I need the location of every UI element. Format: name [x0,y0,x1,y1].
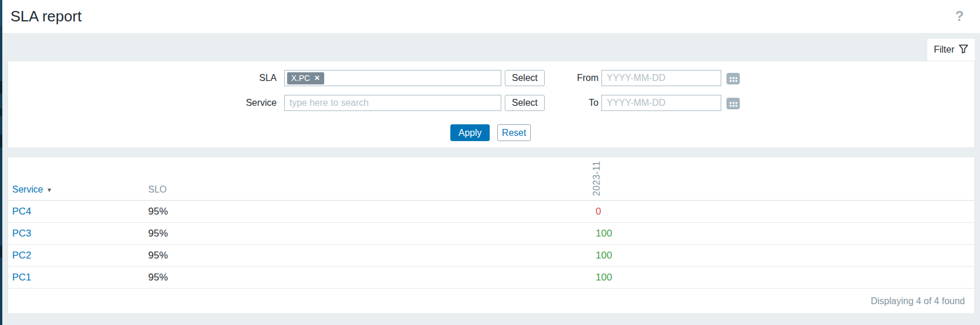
from-label: From [535,70,599,86]
service-link[interactable]: PC2 [12,250,31,261]
table-header-row: Service▼ SLO 2023-11 [8,157,974,201]
sla-label: SLA [213,70,277,86]
from-calendar-icon[interactable] [725,71,741,86]
service-search-input[interactable] [284,95,501,111]
slo-value: 95% [148,228,168,239]
sli-value: 100 [596,250,612,261]
service-link[interactable]: PC3 [12,228,31,239]
reset-button[interactable]: Reset [497,124,531,141]
slo-value: 95% [148,206,168,217]
service-link[interactable]: PC4 [12,206,31,217]
sla-input[interactable] [324,73,498,83]
apply-button[interactable]: Apply [450,124,490,141]
sli-value: 100 [596,272,612,283]
sla-report-table: Service▼ SLO 2023-11 PC4 95% 0 PC3 95% 1… [8,157,975,314]
table-footer-count: Displaying 4 of 4 found [8,296,965,306]
filter-funnel-icon [959,44,968,56]
sla-report-page: SLA report ? Filter SLA X.PC ✕ Select Fr… [0,0,980,325]
slo-value: 95% [148,272,168,283]
service-link[interactable]: PC1 [12,272,31,283]
column-header-slo: SLO [148,184,167,195]
chip-remove-icon[interactable]: ✕ [314,75,320,82]
sla-chip-label: X.PC [291,73,310,83]
page-title: SLA report [10,8,82,25]
page-header: SLA report ? [2,0,980,33]
sla-chip: X.PC ✕ [287,72,324,84]
service-label: Service [213,95,277,111]
sla-multiselect[interactable]: X.PC ✕ [284,70,501,86]
sort-desc-icon: ▼ [46,187,52,193]
from-date-input[interactable] [601,70,721,86]
filter-tab[interactable]: Filter [927,39,975,61]
filter-tab-label: Filter [934,45,955,55]
table-row: PC2 95% 100 [8,245,974,267]
column-header-service[interactable]: Service▼ [12,184,52,195]
table-row: PC4 95% 0 [8,201,974,223]
table-row: PC1 95% 100 [8,267,974,289]
sidebar-collapsed-strip[interactable] [0,0,2,325]
column-header-service-label: Service [12,184,43,194]
sli-value: 0 [596,206,601,217]
to-label: To [535,95,599,111]
slo-value: 95% [148,250,168,261]
filter-panel: SLA X.PC ✕ Select From Service Select To… [8,61,975,148]
to-calendar-icon[interactable] [725,95,741,111]
table-row: PC3 95% 100 [8,223,974,245]
to-date-input[interactable] [601,95,721,111]
help-icon[interactable]: ? [955,8,964,24]
column-header-period: 2023-11 [592,161,602,196]
sli-value: 100 [596,228,612,239]
